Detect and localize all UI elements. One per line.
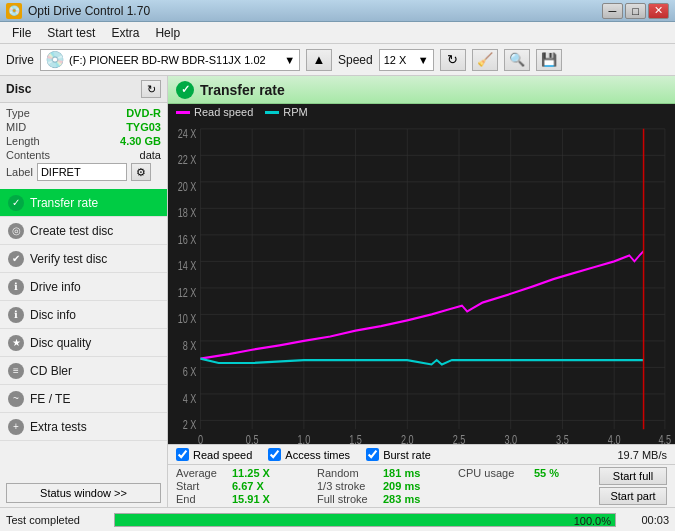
speed-select[interactable]: 12 X ▼ xyxy=(379,49,434,71)
access-times-checkbox[interactable] xyxy=(268,448,281,461)
fe-te-icon: ~ xyxy=(8,391,24,407)
status-bar: Test completed 100.0% 00:03 xyxy=(0,507,675,531)
erase-button[interactable]: 🧹 xyxy=(472,49,498,71)
info-button[interactable]: 🔍 xyxy=(504,49,530,71)
stat-group-3: CPU usage 55 % xyxy=(458,467,599,505)
start-full-button[interactable]: Start full xyxy=(599,467,667,485)
disc-quality-icon: ★ xyxy=(8,335,24,351)
minimize-button[interactable]: ─ xyxy=(602,3,623,19)
svg-rect-0 xyxy=(168,120,675,444)
burst-rate-checkbox[interactable] xyxy=(366,448,379,461)
full-stroke-stat: Full stroke 283 ms xyxy=(317,493,458,505)
disc-length-value: 4.30 GB xyxy=(120,135,161,147)
svg-text:2.0: 2.0 xyxy=(401,432,414,444)
disc-info-panel: Type DVD-R MID TYG03 Length 4.30 GB Cont… xyxy=(0,103,167,189)
end-label: End xyxy=(176,493,226,505)
nav-fe-te-label: FE / TE xyxy=(30,392,70,406)
svg-text:4 X: 4 X xyxy=(183,391,197,405)
disc-label-row: Label ⚙ xyxy=(6,163,161,181)
progress-bar-container: 100.0% xyxy=(114,513,616,527)
svg-text:1.5: 1.5 xyxy=(349,432,362,444)
stats-area: Average 11.25 X Start 6.67 X End 15.91 X… xyxy=(168,465,675,507)
chart-svg: 2 X 4 X 6 X 8 X 10 X 12 X 14 X 16 X 18 X… xyxy=(168,120,675,444)
disc-info-icon: ℹ xyxy=(8,307,24,323)
cpu-label: CPU usage xyxy=(458,467,528,479)
svg-text:10 X: 10 X xyxy=(178,312,197,326)
checkboxes-row: Read speed Access times Burst rate 19.7 … xyxy=(168,444,675,465)
nav-create-test-disc[interactable]: ◎ Create test disc xyxy=(0,217,167,245)
nav-transfer-rate[interactable]: ✓ Transfer rate xyxy=(0,189,167,217)
average-value: 11.25 X xyxy=(232,467,277,479)
menu-bar: File Start test Extra Help xyxy=(0,22,675,44)
full-stroke-value: 283 ms xyxy=(383,493,423,505)
start-label: Start xyxy=(176,480,226,492)
nav-disc-quality[interactable]: ★ Disc quality xyxy=(0,329,167,357)
disc-header: Disc ↻ xyxy=(0,76,167,103)
random-value: 181 ms xyxy=(383,467,423,479)
drive-select[interactable]: 💿 (F:) PIONEER BD-RW BDR-S11JX 1.02 ▼ xyxy=(40,49,300,71)
read-speed-checkbox[interactable] xyxy=(176,448,189,461)
svg-text:12 X: 12 X xyxy=(178,285,197,299)
stat-group-2: Random 181 ms 1/3 stroke 209 ms Full str… xyxy=(317,467,458,505)
nav-disc-info[interactable]: ℹ Disc info xyxy=(0,301,167,329)
nav-cd-bler[interactable]: ≡ CD Bler xyxy=(0,357,167,385)
disc-contents-label: Contents xyxy=(6,149,50,161)
disc-label-input[interactable] xyxy=(37,163,127,181)
menu-extra[interactable]: Extra xyxy=(103,24,147,42)
close-button[interactable]: ✕ xyxy=(648,3,669,19)
end-stat: End 15.91 X xyxy=(176,493,317,505)
menu-help[interactable]: Help xyxy=(147,24,188,42)
nav-verify-test-disc[interactable]: ✔ Verify test disc xyxy=(0,245,167,273)
progress-bar-fill xyxy=(115,514,615,526)
speed-label: Speed xyxy=(338,53,373,67)
read-speed-checkbox-item: Read speed xyxy=(176,448,252,461)
status-window-button[interactable]: Status window >> xyxy=(6,483,161,503)
access-times-checkbox-item: Access times xyxy=(268,448,350,461)
disc-mid-label: MID xyxy=(6,121,26,133)
read-speed-checkbox-label: Read speed xyxy=(193,449,252,461)
burst-rate-checkbox-item: Burst rate xyxy=(366,448,431,461)
svg-text:2 X: 2 X xyxy=(183,418,197,432)
menu-start-test[interactable]: Start test xyxy=(39,24,103,42)
svg-text:1.0: 1.0 xyxy=(298,432,311,444)
action-buttons: Start full Start part xyxy=(599,467,667,505)
menu-file[interactable]: File xyxy=(4,24,39,42)
burst-rate-checkbox-label: Burst rate xyxy=(383,449,431,461)
access-times-checkbox-label: Access times xyxy=(285,449,350,461)
cpu-stat: CPU usage 55 % xyxy=(458,467,599,479)
stroke13-stat: 1/3 stroke 209 ms xyxy=(317,480,458,492)
maximize-button[interactable]: □ xyxy=(625,3,646,19)
main-content: ✓ Transfer rate Read speed RPM 2 X xyxy=(168,76,675,507)
svg-text:2.5: 2.5 xyxy=(453,432,466,444)
start-part-button[interactable]: Start part xyxy=(599,487,667,505)
legend-read-speed: Read speed xyxy=(176,106,253,118)
disc-refresh-button[interactable]: ↻ xyxy=(141,80,161,98)
disc-title: Disc xyxy=(6,82,31,96)
nav-drive-info[interactable]: ℹ Drive info xyxy=(0,273,167,301)
label-settings-button[interactable]: ⚙ xyxy=(131,163,151,181)
nav-fe-te[interactable]: ~ FE / TE xyxy=(0,385,167,413)
stroke13-value: 209 ms xyxy=(383,480,423,492)
average-label: Average xyxy=(176,467,226,479)
disc-type-row: Type DVD-R xyxy=(6,107,161,119)
read-speed-color xyxy=(176,111,190,114)
svg-text:6 X: 6 X xyxy=(183,365,197,379)
drive-eject-button[interactable]: ▲ xyxy=(306,49,332,71)
svg-text:3.5: 3.5 xyxy=(556,432,569,444)
nav-disc-quality-label: Disc quality xyxy=(30,336,91,350)
create-test-disc-icon: ◎ xyxy=(8,223,24,239)
verify-test-disc-icon: ✔ xyxy=(8,251,24,267)
stroke13-label: 1/3 stroke xyxy=(317,480,377,492)
save-button[interactable]: 💾 xyxy=(536,49,562,71)
nav-extra-tests[interactable]: + Extra tests xyxy=(0,413,167,441)
status-text: Test completed xyxy=(6,514,106,526)
speed-refresh-button[interactable]: ↻ xyxy=(440,49,466,71)
full-stroke-label: Full stroke xyxy=(317,493,377,505)
nav-create-test-disc-label: Create test disc xyxy=(30,224,113,238)
drive-bar: Drive 💿 (F:) PIONEER BD-RW BDR-S11JX 1.0… xyxy=(0,44,675,76)
nav-transfer-rate-label: Transfer rate xyxy=(30,196,98,210)
transfer-rate-icon: ✓ xyxy=(8,195,24,211)
svg-text:0: 0 xyxy=(198,432,203,444)
nav-cd-bler-label: CD Bler xyxy=(30,364,72,378)
nav-verify-test-disc-label: Verify test disc xyxy=(30,252,107,266)
